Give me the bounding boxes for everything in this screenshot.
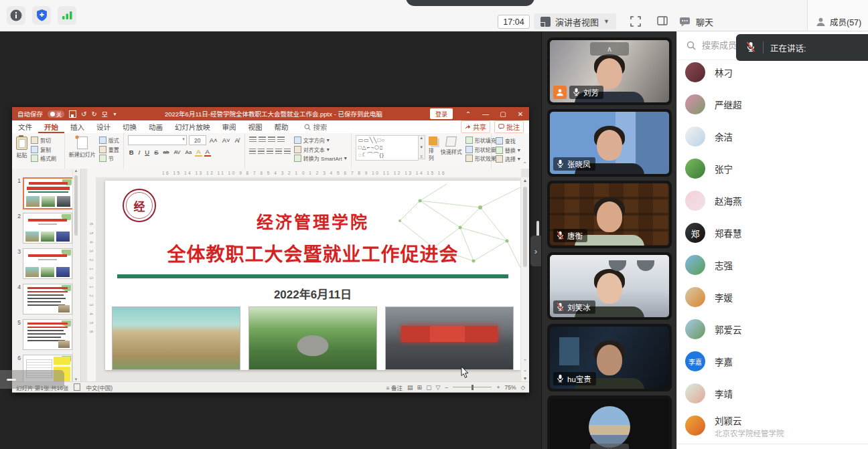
save-icon[interactable] (69, 110, 76, 118)
scroll-up-icon[interactable]: ▲ (521, 178, 529, 183)
format-painter-button[interactable]: 格式刷 (31, 155, 56, 162)
slideshow-icon[interactable]: ▽ (436, 384, 441, 391)
video-tile-6[interactable]: ∨ (550, 398, 669, 449)
new-slide-button[interactable]: 新建幻灯片 (69, 135, 96, 158)
numbered-list-icon[interactable] (259, 137, 266, 143)
indent-increase-icon[interactable] (277, 137, 285, 143)
shapes-gallery-scroll[interactable]: ▲▼≡ (419, 135, 425, 159)
decrease-font-icon[interactable]: A˅ (221, 137, 232, 144)
indent-decrease-icon[interactable] (268, 137, 275, 143)
member-row[interactable]: 志强 (677, 249, 868, 281)
close-button[interactable]: ✕ (512, 107, 529, 120)
ppt-tab-7[interactable]: 审阅 (216, 120, 242, 133)
slide-thumbnail-4[interactable] (23, 284, 72, 315)
ppt-tab-0[interactable]: 文件 (12, 120, 38, 133)
meeting-info-button[interactable] (7, 6, 25, 25)
reading-view-icon[interactable]: ▢ (426, 384, 432, 391)
cut-button[interactable]: 剪切 (31, 137, 56, 144)
zoom-in-icon[interactable]: + (496, 384, 500, 391)
member-row[interactable]: 余洁 (677, 120, 868, 153)
collapse-ribbon-icon[interactable]: ⌃ (522, 161, 527, 167)
align-center-icon[interactable] (258, 149, 265, 155)
collapse-videos-chevron-up[interactable]: ∧ (590, 42, 629, 56)
previous-slide-icon[interactable]: ⌃ (521, 359, 529, 364)
member-row[interactable]: 郭爱云 (677, 313, 868, 345)
comments-button[interactable]: 批注 (494, 120, 524, 133)
bullet-list-icon[interactable] (249, 137, 257, 143)
justify-icon[interactable] (275, 149, 282, 155)
zoom-slider[interactable] (453, 387, 492, 387)
meeting-minimized-bar[interactable] (0, 370, 64, 389)
video-tile-2[interactable]: 张晓凤 (550, 112, 669, 174)
member-row[interactable]: 李靖 (677, 377, 868, 410)
thumbnail-scrollbar[interactable]: ▲ ▼ (72, 169, 79, 381)
slide-thumbnail-3[interactable] (23, 248, 72, 279)
scrollbar-thumb[interactable] (74, 175, 78, 236)
ppt-tab-1[interactable]: 开始 (38, 120, 64, 133)
member-row[interactable]: 林刁 (677, 60, 868, 88)
char-spacing-button[interactable]: AV (172, 149, 182, 155)
minimize-button[interactable]: — (477, 107, 494, 120)
find-button[interactable]: 查找 (496, 137, 520, 145)
member-row[interactable]: 李媛 (677, 281, 868, 313)
member-row[interactable]: 严继超 (677, 88, 868, 120)
fullscreen-button[interactable] (630, 16, 641, 27)
network-signal-button[interactable] (58, 6, 76, 25)
zoom-level[interactable]: 75% (504, 384, 516, 391)
video-tile-1[interactable]: ∧刘芳 (550, 40, 669, 102)
underline-button[interactable]: U (143, 149, 151, 156)
font-size-select[interactable]: 20 (189, 135, 206, 145)
slide-sorter-icon[interactable]: ⊞ (417, 384, 423, 391)
language-indicator[interactable]: 中文(中国) (86, 383, 113, 391)
slide-area-scrollbar[interactable]: ▲ ⌃ ⌄ ▼ (520, 177, 529, 381)
ppt-tab-6[interactable]: 幻灯片放映 (169, 120, 216, 133)
scrollbar-thumb[interactable] (523, 187, 527, 267)
font-color-button[interactable]: A (204, 148, 211, 157)
notes-toggle[interactable]: ≡ 备注 (386, 383, 403, 391)
align-right-icon[interactable] (267, 149, 273, 155)
redo-icon[interactable]: ↻ (91, 110, 96, 118)
copy-button[interactable]: 复制 (31, 146, 56, 153)
select-button[interactable]: 选择 ▾ (496, 155, 520, 163)
arrange-button[interactable]: 排列 (429, 135, 437, 161)
align-left-icon[interactable] (249, 149, 256, 155)
accessibility-icon[interactable] (74, 383, 80, 391)
section-button[interactable]: 节 (99, 155, 119, 162)
smartart-button[interactable]: 转换为 SmartArt ▾ (294, 155, 347, 162)
align-text-button[interactable]: 对齐文本 ▾ (294, 146, 347, 153)
view-mode-button[interactable]: 演讲者视图 ▼ (534, 13, 616, 29)
member-row[interactable]: 郑郑春慧 (677, 217, 868, 249)
login-button[interactable]: 登录 (430, 108, 453, 119)
autosave-toggle[interactable]: 关 (48, 110, 64, 118)
video-tile-3[interactable]: 唐衡 (550, 183, 669, 246)
zoom-out-icon[interactable]: − (445, 384, 449, 391)
member-row[interactable]: 赵海燕 (677, 185, 868, 217)
security-shield-button[interactable] (32, 6, 51, 25)
highlight-color-button[interactable]: A (195, 148, 202, 157)
bold-button[interactable]: B (128, 149, 135, 156)
members-tab[interactable]: 成员(57) (816, 15, 861, 28)
ribbon-options-icon[interactable]: ⌃ (459, 107, 477, 120)
clear-format-icon[interactable]: A̸ (234, 137, 240, 144)
ppt-tab-3[interactable]: 设计 (90, 120, 117, 133)
slide-thumbnail-2[interactable] (23, 213, 72, 244)
slideshow-from-start-icon[interactable]: 모 (102, 109, 108, 119)
ppt-tab-2[interactable]: 插入 (64, 120, 90, 133)
font-name-select[interactable] (128, 135, 187, 145)
ppt-tab-9[interactable]: 帮助 (269, 120, 295, 133)
change-case-button[interactable]: Aa (184, 149, 193, 155)
ppt-tab-5[interactable]: 动画 (143, 120, 169, 133)
shadow-button[interactable]: ab (161, 149, 170, 155)
undo-icon[interactable]: ↺ (81, 110, 86, 118)
video-tile-4[interactable]: 刘笑冰 (550, 255, 669, 317)
fit-to-window-icon[interactable]: ◇ (520, 384, 525, 391)
strikethrough-button[interactable]: S (153, 149, 159, 156)
replace-button[interactable]: 替换 ▾ (496, 147, 520, 154)
paste-button[interactable]: 粘贴 (16, 135, 27, 159)
ppt-tab-4[interactable]: 切换 (117, 120, 143, 133)
video-tile-5[interactable]: hu宝贵 (550, 327, 669, 389)
reset-button[interactable]: 重置 (99, 146, 119, 153)
qat-customize-icon[interactable]: ▼ (113, 112, 117, 116)
scroll-videos-chevron-down[interactable]: ∨ (590, 444, 629, 449)
text-direction-button[interactable]: 文字方向 ▾ (294, 137, 347, 144)
